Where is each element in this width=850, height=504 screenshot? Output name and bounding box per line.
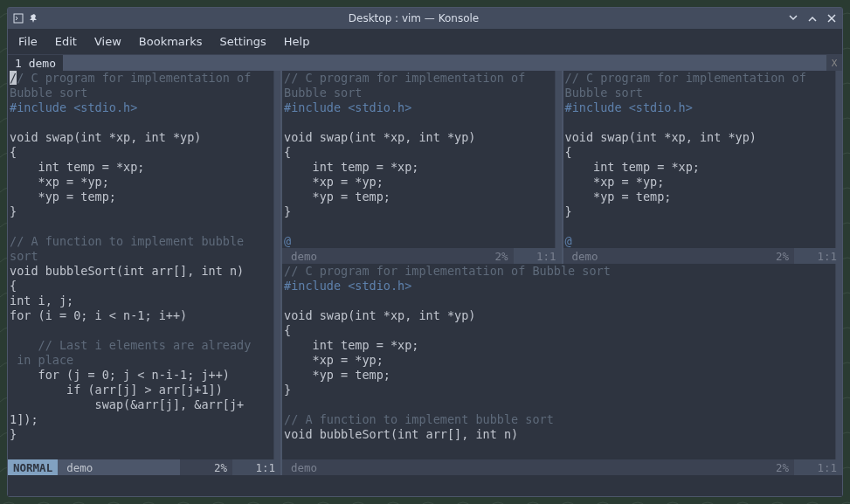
pane-top-b: // C program for implementation of Bubbl…	[563, 71, 843, 264]
status-pos: 1:1	[232, 459, 280, 475]
command-line-area[interactable]	[8, 475, 842, 496]
statusline-left: NORMAL demo 2% 1:1	[8, 459, 280, 475]
status-pct: 2%	[180, 459, 232, 475]
statusline-top-b: demo 2% 1:1	[563, 248, 843, 264]
mode-indicator: NORMAL	[8, 459, 58, 475]
app-icon	[13, 13, 24, 24]
menu-settings[interactable]: Settings	[219, 35, 266, 48]
status-file: demo	[282, 249, 461, 264]
code-top-b[interactable]: // C program for implementation of Bubbl…	[563, 71, 836, 248]
close-icon[interactable]	[826, 13, 837, 24]
tab-close-button[interactable]: X	[826, 55, 842, 71]
statusline-bottom: demo 2% 1:1	[282, 459, 842, 475]
pane-left: // C program for implementation of Bubbl…	[8, 71, 282, 475]
cursor: /	[10, 71, 17, 85]
minimize-icon[interactable]	[788, 13, 798, 24]
pane-top-a: // C program for implementation of Bubbl…	[282, 71, 563, 264]
konsole-window: Desktop : vim — Konsole File Edit View B…	[7, 7, 843, 497]
editor-area: // C program for implementation of Bubbl…	[8, 71, 842, 475]
status-pct: 2%	[461, 248, 514, 264]
scrollbar-left[interactable]	[273, 71, 280, 459]
menu-edit[interactable]: Edit	[55, 35, 77, 48]
vim-tabline: 1 demo X	[8, 55, 842, 71]
status-pos: 1:1	[514, 248, 562, 264]
status-file: demo	[58, 460, 180, 475]
pane-bottom: // C program for implementation of Bubbl…	[282, 264, 842, 475]
scrollbar-top-a[interactable]	[555, 71, 562, 248]
statusline-top-a: demo 2% 1:1	[282, 248, 562, 264]
window-title: Desktop : vim — Konsole	[39, 12, 788, 24]
pin-icon[interactable]	[29, 13, 39, 24]
pane-right: // C program for implementation of Bubbl…	[282, 71, 842, 475]
svg-rect-0	[14, 14, 23, 23]
tab-active[interactable]: 1 demo	[8, 55, 63, 71]
status-pos: 1:1	[794, 459, 842, 475]
status-file: demo	[282, 460, 742, 475]
status-file: demo	[563, 249, 743, 264]
status-pos: 1:1	[794, 248, 842, 264]
status-pct: 2%	[742, 459, 794, 475]
menu-file[interactable]: File	[18, 35, 38, 48]
scrollbar-bottom[interactable]	[835, 264, 842, 459]
status-pct: 2%	[742, 248, 794, 264]
split-top: // C program for implementation of Bubbl…	[282, 71, 842, 264]
scrollbar-top-b[interactable]	[835, 71, 842, 248]
menu-view[interactable]: View	[94, 35, 121, 48]
maximize-icon[interactable]	[807, 13, 818, 24]
titlebar[interactable]: Desktop : vim — Konsole	[8, 8, 842, 29]
menu-bookmarks[interactable]: Bookmarks	[139, 35, 203, 48]
menubar: File Edit View Bookmarks Settings Help	[8, 29, 842, 55]
code-bottom[interactable]: // C program for implementation of Bubbl…	[282, 264, 835, 459]
menu-help[interactable]: Help	[284, 35, 310, 48]
code-top-a[interactable]: // C program for implementation of Bubbl…	[282, 71, 555, 248]
code-left[interactable]: // C program for implementation of Bubbl…	[8, 71, 273, 459]
